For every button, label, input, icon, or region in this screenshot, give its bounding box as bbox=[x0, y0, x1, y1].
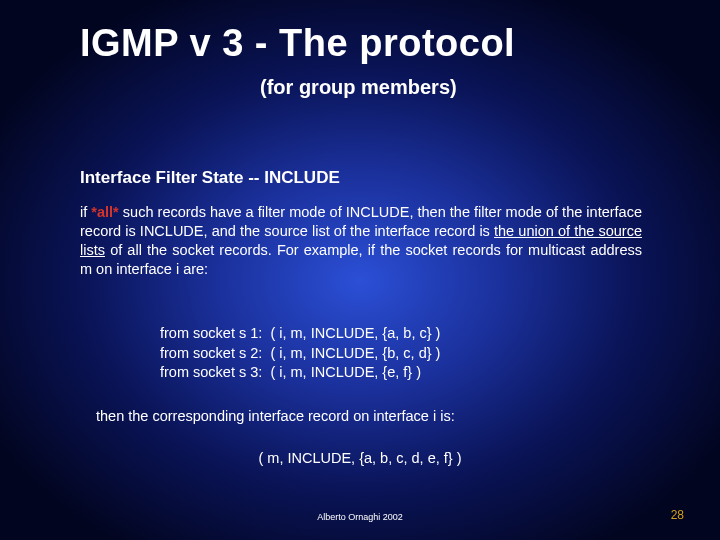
slide: IGMP v 3 - The protocol (for group membe… bbox=[0, 0, 720, 540]
footer-author: Alberto Ornaghi 2002 bbox=[0, 512, 720, 522]
record-line-2: from socket s 2: ( i, m, INCLUDE, {b, c,… bbox=[160, 345, 440, 361]
body-all-emphasis: *all* bbox=[91, 204, 118, 220]
result-record: ( m, INCLUDE, {a, b, c, d, e, f} ) bbox=[0, 450, 720, 466]
section-header: Interface Filter State -- INCLUDE bbox=[80, 168, 340, 188]
footer-page-number: 28 bbox=[671, 508, 684, 522]
record-line-1: from socket s 1: ( i, m, INCLUDE, {a, b,… bbox=[160, 325, 440, 341]
body-part2: of all the socket records. For example, … bbox=[80, 242, 642, 277]
body-prefix: if bbox=[80, 204, 91, 220]
then-text: then the corresponding interface record … bbox=[96, 408, 455, 424]
slide-title: IGMP v 3 - The protocol bbox=[80, 22, 515, 65]
body-paragraph: if *all* such records have a filter mode… bbox=[80, 203, 642, 280]
slide-subtitle: (for group members) bbox=[260, 76, 457, 99]
example-records: from socket s 1: ( i, m, INCLUDE, {a, b,… bbox=[160, 324, 440, 383]
record-line-3: from socket s 3: ( i, m, INCLUDE, {e, f}… bbox=[160, 364, 421, 380]
